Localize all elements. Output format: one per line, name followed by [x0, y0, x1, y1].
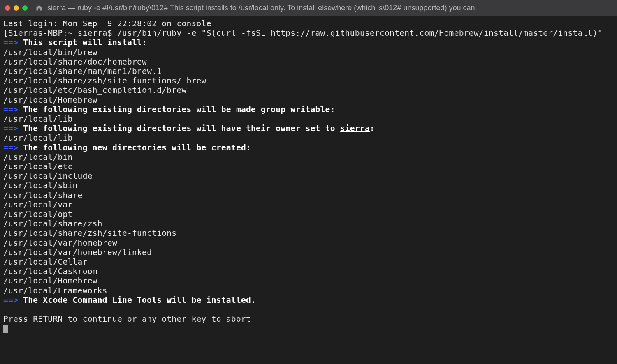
path-line: /usr/local/Frameworks: [3, 286, 614, 295]
path-line: /usr/local/bin/brew: [3, 48, 614, 57]
path-line: /usr/local/lib: [3, 114, 614, 124]
home-icon: [36, 5, 42, 11]
path-line: /usr/local/opt: [3, 210, 614, 219]
prompt: [Sierras-MBP:~ sierra$: [3, 28, 117, 38]
path-line: /usr/local/var: [3, 200, 614, 210]
path-line: /usr/local/share/zsh/site-functions/_bre…: [3, 76, 614, 85]
arrow-icon: ==>: [3, 105, 18, 114]
path-line: /usr/local/etc: [3, 162, 614, 171]
terminal-window: sierra — ruby -e #!/usr/bin/ruby\012# Th…: [0, 0, 617, 364]
titlebar[interactable]: sierra — ruby -e #!/usr/bin/ruby\012# Th…: [0, 0, 617, 16]
section-title: The following new directories will be cr…: [18, 143, 251, 152]
path-line: /usr/local/lib: [3, 133, 614, 143]
section-title: The following existing directories will …: [18, 105, 335, 114]
path-line: /usr/local/share/doc/homebrew: [3, 57, 614, 67]
prompt-continue-line: Press RETURN to continue or any other ke…: [3, 314, 614, 324]
path-line: /usr/local/Cellar: [3, 257, 614, 267]
section-install-header: ==> This script will install:: [3, 38, 614, 47]
terminal-output[interactable]: Last login: Mon Sep 9 22:28:02 on consol…: [0, 16, 617, 364]
path-line: /usr/local/include: [3, 171, 614, 181]
cursor-icon: [3, 325, 8, 333]
section-title-prefix: The following existing directories will …: [18, 124, 340, 133]
cursor-line: [3, 324, 614, 333]
section-newdirs-header: ==> The following new directories will b…: [3, 143, 614, 152]
path-line: /usr/local/share/zsh/site-functions: [3, 228, 614, 238]
section-xcode-header: ==> The Xcode Command Line Tools will be…: [3, 295, 614, 305]
path-line: /usr/local/Homebrew: [3, 276, 614, 286]
section-title: This script will install:: [18, 38, 147, 47]
path-line: /usr/local/share: [3, 191, 614, 200]
arrow-icon: ==>: [3, 295, 18, 305]
window-title: sierra — ruby -e #!/usr/bin/ruby\012# Th…: [47, 4, 475, 12]
path-line: /usr/local/share/man/man1/brew.1: [3, 67, 614, 76]
path-line: /usr/local/sbin: [3, 181, 614, 190]
blank-line: [3, 305, 614, 314]
close-icon[interactable]: [5, 5, 10, 11]
arrow-icon: ==>: [3, 124, 18, 133]
path-line: /usr/local/var/homebrew: [3, 238, 614, 248]
path-line: /usr/local/var/homebrew/linked: [3, 248, 614, 257]
section-username: sierra: [340, 124, 370, 133]
traffic-lights: [5, 5, 28, 11]
command-text: /usr/bin/ruby -e "$(curl -fsSL https://r…: [117, 28, 603, 38]
path-line: /usr/local/Homebrew: [3, 95, 614, 105]
last-login-line: Last login: Mon Sep 9 22:28:02 on consol…: [3, 19, 614, 28]
path-line: /usr/local/Caskroom: [3, 267, 614, 276]
section-title-suffix: :: [370, 124, 375, 133]
path-line: /usr/local/bin: [3, 152, 614, 162]
section-writable-header: ==> The following existing directories w…: [3, 105, 614, 114]
arrow-icon: ==>: [3, 38, 18, 47]
path-line: /usr/local/share/zsh: [3, 219, 614, 228]
maximize-icon[interactable]: [22, 5, 28, 11]
minimize-icon[interactable]: [14, 5, 19, 11]
path-line: /usr/local/etc/bash_completion.d/brew: [3, 85, 614, 95]
section-title: The Xcode Command Line Tools will be ins…: [18, 295, 256, 305]
arrow-icon: ==>: [3, 143, 18, 152]
command-line: [Sierras-MBP:~ sierra$ /usr/bin/ruby -e …: [3, 28, 614, 38]
section-owner-header: ==> The following existing directories w…: [3, 124, 614, 133]
